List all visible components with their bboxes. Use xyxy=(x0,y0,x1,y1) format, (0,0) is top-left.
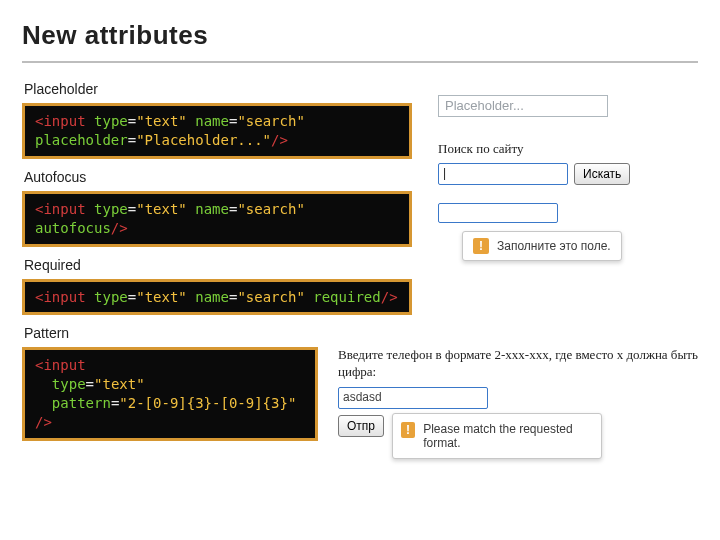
placeholder-demo-input[interactable]: Placeholder... xyxy=(438,95,608,117)
section-label-pattern: Pattern xyxy=(24,325,412,341)
demo-pattern: Введите телефон в формате 2-xxx-xxx, где… xyxy=(338,347,698,459)
right-column: Placeholder... Поиск по сайту | Искать !… xyxy=(438,77,698,285)
section-label-placeholder: Placeholder xyxy=(24,81,412,97)
left-column: Placeholder <input type="text" name="sea… xyxy=(22,77,412,347)
warning-icon: ! xyxy=(473,238,489,254)
autofocus-demo-button[interactable]: Искать xyxy=(574,163,630,185)
required-tooltip-text: Заполните это поле. xyxy=(497,239,611,253)
divider xyxy=(22,61,698,63)
slide: New attributes Placeholder <input type="… xyxy=(0,0,720,459)
required-tooltip: ! Заполните это поле. xyxy=(462,231,622,261)
autofocus-demo-input[interactable]: | xyxy=(438,163,568,185)
columns: Placeholder <input type="text" name="sea… xyxy=(22,77,698,347)
pattern-row: <input type="text" pattern="2-[0-9]{3}-[… xyxy=(22,347,698,459)
pattern-tooltip-text: Please match the requested format. xyxy=(423,422,591,450)
autofocus-demo-label: Поиск по сайту xyxy=(438,141,698,157)
pattern-demo-submit[interactable]: Отпр xyxy=(338,415,384,437)
section-label-required: Required xyxy=(24,257,412,273)
demo-required: ! Заполните это поле. xyxy=(438,203,698,267)
demo-autofocus: Поиск по сайту | Искать xyxy=(438,141,698,185)
code-pattern: <input type="text" pattern="2-[0-9]{3}-[… xyxy=(22,347,318,441)
section-label-autofocus: Autofocus xyxy=(24,169,412,185)
demo-placeholder: Placeholder... xyxy=(438,95,698,117)
pattern-tooltip: ! Please match the requested format. xyxy=(392,413,602,459)
pattern-demo-input[interactable]: asdasd xyxy=(338,387,488,409)
warning-icon: ! xyxy=(401,422,415,438)
pattern-demo-prompt: Введите телефон в формате 2-xxx-xxx, где… xyxy=(338,347,698,381)
code-placeholder: <input type="text" name="search"placehol… xyxy=(22,103,412,159)
code-autofocus: <input type="text" name="search" autofoc… xyxy=(22,191,412,247)
page-title: New attributes xyxy=(22,20,698,51)
code-required: <input type="text" name="search" require… xyxy=(22,279,412,316)
required-demo-input[interactable] xyxy=(438,203,558,223)
